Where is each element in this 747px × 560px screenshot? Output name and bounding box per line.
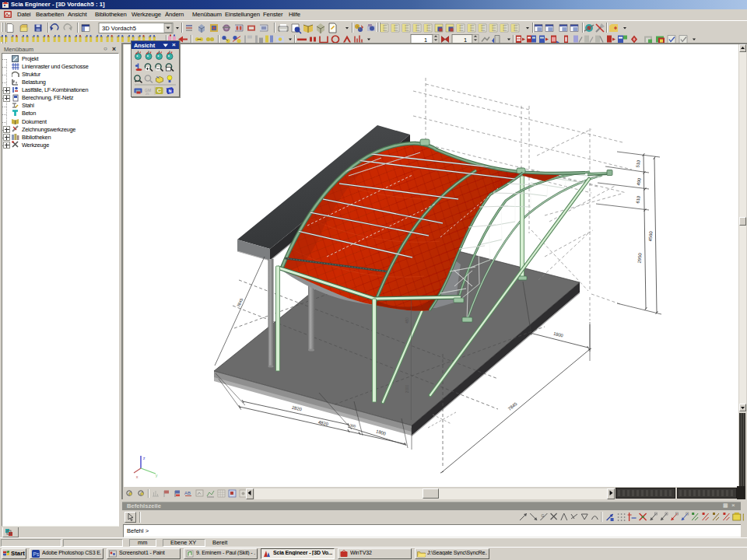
svg-text:3D Vordach5: 3D Vordach5 — [102, 25, 136, 32]
svg-text:4820: 4820 — [317, 420, 328, 427]
svg-text:2000: 2000 — [405, 384, 409, 393]
svg-text:AB: AB — [184, 491, 191, 495]
svg-text:z: z — [143, 456, 146, 460]
svg-text:7845: 7845 — [236, 298, 244, 308]
svg-text:2820: 2820 — [291, 405, 302, 412]
svg-text:2950: 2950 — [637, 253, 643, 263]
svg-text:510: 510 — [635, 159, 641, 168]
svg-text:450: 450 — [405, 317, 409, 324]
svg-text:25: 25 — [146, 92, 149, 96]
svg-text:490: 490 — [636, 177, 642, 186]
svg-text:1800: 1800 — [552, 331, 563, 338]
svg-text:x: x — [136, 474, 139, 479]
svg-text:Ps: Ps — [33, 551, 40, 557]
svg-text:4560: 4560 — [648, 231, 654, 241]
svg-text:C: C — [157, 87, 162, 94]
svg-text:N: N — [169, 89, 172, 93]
svg-text:y: y — [156, 473, 158, 478]
svg-text:G: G — [541, 513, 544, 518]
svg-text:610: 610 — [635, 195, 641, 204]
svg-text:7845: 7845 — [507, 401, 518, 411]
svg-text:1800: 1800 — [376, 429, 387, 436]
